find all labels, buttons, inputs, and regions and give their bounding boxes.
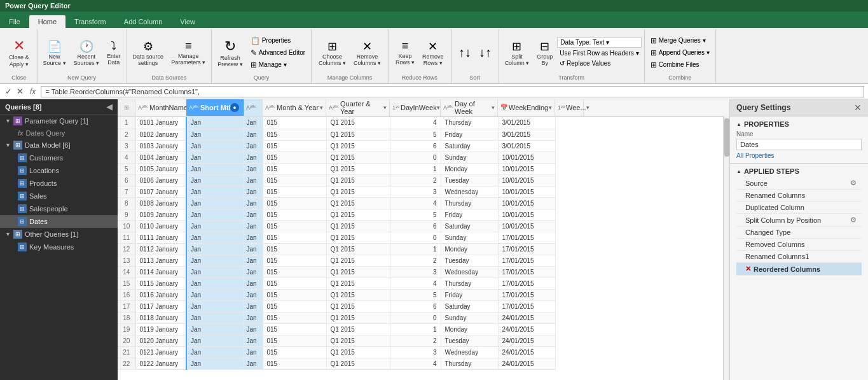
append-queries-button[interactable]: ⊞ Append Queries ▾ bbox=[647, 47, 713, 59]
col-header-monthname[interactable]: A²ᴮᶜ MonthName ▾ bbox=[135, 99, 186, 116]
table-row[interactable]: 180118 JanuaryJanJan015Q1 20150Sunday24/… bbox=[118, 312, 555, 323]
manage-button[interactable]: ⊞ Manage ▾ bbox=[247, 59, 308, 71]
sidebar-item-sales[interactable]: ⊞ Sales bbox=[0, 190, 118, 202]
col-header-weekending[interactable]: 📅 WeekEnding ▾ bbox=[498, 99, 555, 116]
refresh-preview-button[interactable]: ↻ RefreshPreview ▾ bbox=[214, 31, 246, 74]
tab-transform[interactable]: Transform bbox=[65, 15, 115, 28]
manage-parameters-button[interactable]: ≡ ManageParameters ▾ bbox=[168, 31, 209, 74]
query-settings-close-icon[interactable]: ✕ bbox=[854, 102, 862, 113]
step-item[interactable]: Split Column by Position⚙ bbox=[736, 214, 862, 227]
table-row[interactable]: 50105 JanuaryJanJan015Q1 20151Monday10/0… bbox=[118, 163, 555, 174]
col-header-dayinweek[interactable]: 1²³ DayInWeek ▾ bbox=[390, 99, 441, 116]
sort-asc-button[interactable]: ↑↓ bbox=[455, 43, 474, 62]
sidebar-item-customers[interactable]: ⊞ Customers bbox=[0, 151, 118, 164]
close-apply-button[interactable]: ✕ Close &Apply ▾ bbox=[5, 31, 33, 74]
table-row[interactable]: 150115 JanuaryJanJan015Q1 20154Thursday1… bbox=[118, 278, 555, 289]
table-row[interactable]: 220122 JanuaryJanJan015Q1 20154Thursday2… bbox=[118, 358, 555, 369]
col-dd-icon-dayinweek: ▾ bbox=[437, 104, 440, 111]
table-row[interactable]: 10101 JanuaryJanJan015Q1 20154Thursday3/… bbox=[118, 117, 555, 129]
tab-home[interactable]: Home bbox=[29, 15, 65, 28]
table-row[interactable]: 170117 JanuaryJanJan015Q1 20156Saturday1… bbox=[118, 300, 555, 312]
table-row[interactable]: 110111 JanuaryJanJan015Q1 20150Sunday17/… bbox=[118, 232, 555, 243]
sidebar-item-locations[interactable]: ⊞ Locations bbox=[0, 164, 118, 177]
step-item[interactable]: Renamed Columns1 bbox=[736, 251, 862, 263]
replace-values-button[interactable]: ↺ Replace Values bbox=[557, 59, 641, 68]
use-first-row-button[interactable]: Use First Row as Headers ▾ bbox=[557, 48, 641, 58]
choose-columns-button[interactable]: ⊞ ChooseColumns ▾ bbox=[315, 31, 349, 74]
properties-name-input[interactable] bbox=[736, 139, 862, 150]
col-header-day-of-week[interactable]: A²ᴮᶜ Day of Week ▾ bbox=[441, 99, 498, 116]
merge-queries-button[interactable]: ⊞ Merge Queries ▾ bbox=[647, 35, 713, 46]
table-row[interactable]: 210121 JanuaryJanJan015Q1 20153Wednesday… bbox=[118, 346, 555, 358]
table-row[interactable]: 100110 JanuaryJanJan015Q1 20156Saturday1… bbox=[118, 220, 555, 232]
remove-rows-button[interactable]: ✕ RemoveRows ▾ bbox=[419, 31, 447, 74]
enter-data-button[interactable]: ⤵ EnterData bbox=[104, 31, 124, 74]
table-header: ⊞ A²ᴮᶜ MonthName ▾ A²ᴮᶜ Short Mth ▾ ● A²… bbox=[118, 99, 729, 117]
col-header-short-mth[interactable]: A²ᴮᶜ Short Mth ▾ ● bbox=[186, 99, 244, 116]
step-item[interactable]: Removed Columns bbox=[736, 239, 862, 251]
sort-desc-button[interactable]: ↓↑ bbox=[476, 43, 495, 62]
recent-sources-button[interactable]: 🕐 RecentSources ▾ bbox=[71, 31, 103, 74]
all-properties-link[interactable]: All Properties bbox=[736, 152, 862, 159]
tab-view[interactable]: View bbox=[171, 15, 204, 28]
sidebar-item-dates[interactable]: ⊞ Dates bbox=[0, 215, 118, 228]
table-row[interactable]: 80108 JanuaryJanJan015Q1 20154Thursday10… bbox=[118, 197, 555, 209]
query-settings-title: Query Settings bbox=[736, 103, 790, 112]
table-row[interactable]: 120112 JanuaryJanJan015Q1 20151Monday17/… bbox=[118, 243, 555, 255]
table-row[interactable]: 190119 JanuaryJanJan015Q1 20151Monday24/… bbox=[118, 323, 555, 335]
col-header-wee[interactable]: 1²³ Wee... ▾ bbox=[555, 99, 584, 116]
properties-button[interactable]: 📋 Properties bbox=[247, 35, 308, 46]
sidebar-item-key-measures[interactable]: ⊞ Key Measures bbox=[0, 241, 118, 253]
table-row[interactable]: 70107 JanuaryJanJan015Q1 20153Wednesday1… bbox=[118, 186, 555, 197]
sidebar-collapse-icon[interactable]: ◀ bbox=[106, 102, 113, 111]
col-header-quarter-year[interactable]: A²ᴮᶜ Quarter & Year ▾ bbox=[326, 99, 390, 116]
sidebar-label-other-queries: Other Queries [1] bbox=[25, 230, 78, 238]
col-header-partial[interactable]: A²ᴮᶜ bbox=[244, 99, 263, 116]
step-item[interactable]: Changed Type bbox=[736, 227, 862, 239]
keep-rows-button[interactable]: ≡ KeepRows ▾ bbox=[392, 31, 418, 74]
data-source-settings-button[interactable]: ⚙ Data sourcesettings bbox=[130, 31, 167, 74]
table-row[interactable]: 40104 JanuaryJanJan015Q1 20150Sunday10/0… bbox=[118, 151, 555, 163]
advanced-editor-button[interactable]: ✎ Advanced Editor bbox=[247, 47, 308, 59]
tab-add-column[interactable]: Add Column bbox=[115, 15, 172, 28]
row-number: 1 bbox=[118, 117, 135, 129]
table-row[interactable]: 30103 JanuaryJanJan015Q1 20156Saturday3/… bbox=[118, 140, 555, 151]
split-column-button[interactable]: ⊞ SplitColumn ▾ bbox=[502, 31, 533, 74]
col-header-month-year[interactable]: A²ᴮᶜ Month & Year ▾ bbox=[263, 99, 326, 116]
step-item[interactable]: ✕Reordered Columns bbox=[736, 263, 862, 276]
remove-columns-button[interactable]: ✕ RemoveColumns ▾ bbox=[350, 31, 384, 74]
sidebar-item-parameter-query-group[interactable]: ▼ ⊞ Parameter Query [1] bbox=[0, 115, 118, 127]
step-gear-icon[interactable]: ⚙ bbox=[850, 179, 857, 187]
sidebar-label-key-measures: Key Measures bbox=[29, 243, 74, 251]
formula-check-icon[interactable]: ✓ bbox=[4, 87, 13, 96]
formula-cancel-icon[interactable]: ✕ bbox=[15, 87, 25, 96]
scroll-indicator[interactable] bbox=[723, 116, 729, 380]
step-item[interactable]: Renamed Columns bbox=[736, 190, 862, 202]
step-name-label: Source bbox=[745, 179, 850, 187]
step-gear-icon[interactable]: ⚙ bbox=[850, 216, 857, 224]
data-type-button[interactable]: Data Type: Text ▾ bbox=[557, 37, 641, 48]
table-row[interactable]: 130113 JanuaryJanJan015Q1 20152Tuesday17… bbox=[118, 255, 555, 266]
tab-file[interactable]: File bbox=[0, 15, 29, 28]
formula-input[interactable]: = Table.ReorderColumns(#"Renamed Columns… bbox=[41, 86, 864, 97]
table-row[interactable]: 20102 JanuaryJanJan015Q1 20155Friday3/01… bbox=[118, 129, 555, 140]
step-item[interactable]: Source⚙ bbox=[736, 177, 862, 190]
table-row[interactable]: 60106 JanuaryJanJan015Q1 20152Tuesday10/… bbox=[118, 174, 555, 186]
step-name-label: Renamed Columns1 bbox=[745, 253, 857, 260]
sidebar-item-products[interactable]: ⊞ Products bbox=[0, 177, 118, 190]
row-number: 7 bbox=[118, 186, 135, 197]
combine-files-button[interactable]: ⊞ Combine Files bbox=[647, 59, 713, 71]
group-by-button[interactable]: ⊟ GroupBy bbox=[534, 31, 556, 74]
table-row[interactable]: 90109 JanuaryJanJan015Q1 20155Friday10/0… bbox=[118, 209, 555, 220]
step-item[interactable]: Duplicated Column bbox=[736, 202, 862, 214]
row-number: 4 bbox=[118, 151, 135, 163]
sidebar-item-data-model-group[interactable]: ▼ ⊞ Data Model [6] bbox=[0, 139, 118, 151]
col-type-icon-month-year: A²ᴮᶜ bbox=[265, 104, 275, 111]
sidebar-item-other-queries-group[interactable]: ▼ ⊞ Other Queries [1] bbox=[0, 228, 118, 241]
sidebar-item-dates-query[interactable]: fx Dates Query bbox=[0, 127, 118, 139]
table-row[interactable]: 140114 JanuaryJanJan015Q1 20153Wednesday… bbox=[118, 266, 555, 278]
sidebar-item-salespeople[interactable]: ⊞ Salespeople bbox=[0, 202, 118, 215]
table-row[interactable]: 200120 JanuaryJanJan015Q1 20152Tuesday24… bbox=[118, 335, 555, 346]
new-source-button[interactable]: 📄 NewSource ▾ bbox=[40, 31, 69, 74]
table-row[interactable]: 160116 JanuaryJanJan015Q1 20155Friday17/… bbox=[118, 289, 555, 300]
